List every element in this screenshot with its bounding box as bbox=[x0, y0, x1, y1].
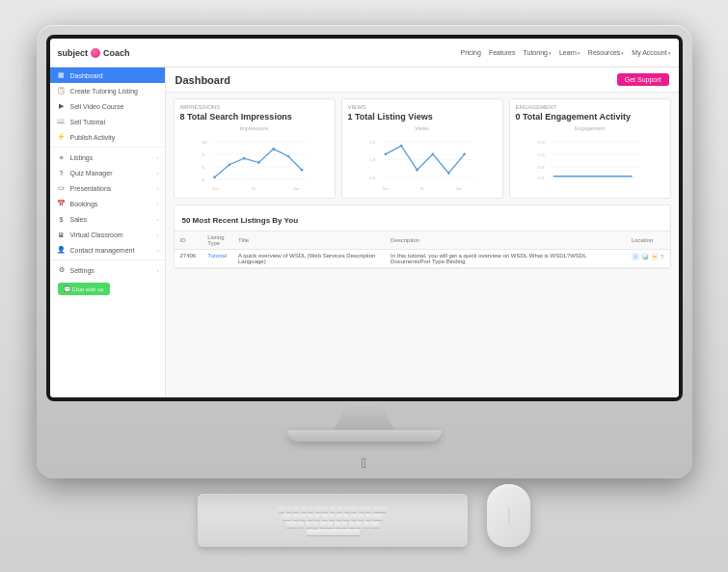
sidebar-item-sell-tutorial[interactable]: 📖 Sell Tutorial bbox=[50, 114, 165, 129]
sidebar-item-label: Settings bbox=[70, 267, 94, 274]
nav-resources[interactable]: Resources ▾ bbox=[588, 49, 624, 56]
key bbox=[329, 514, 335, 520]
key bbox=[306, 522, 311, 528]
content-header: Dashboard Get Support bbox=[166, 68, 679, 93]
contact-icon: 👤 bbox=[58, 246, 66, 254]
sidebar-item-dashboard[interactable]: ▦ Dashboard bbox=[50, 68, 165, 83]
col-description: Description bbox=[385, 232, 625, 250]
table-header-row: 50 Most Recent Listings By You bbox=[175, 205, 670, 232]
content-body: Impressions 8 Total Search Impressions I… bbox=[166, 93, 679, 397]
sidebar-item-bookings[interactable]: 📅 Bookings › bbox=[50, 196, 165, 211]
impressions-label: Impressions bbox=[180, 104, 329, 110]
col-id: ID bbox=[175, 232, 202, 250]
sidebar-item-create-listing[interactable]: 📋 Create Tutoring Listing bbox=[50, 83, 165, 98]
cell-description: In this tutorial, you will get a quick o… bbox=[385, 250, 625, 268]
chat-button[interactable]: 💬 Chat with us bbox=[58, 283, 110, 295]
chevron-right-icon2: › bbox=[157, 170, 159, 176]
stats-icon[interactable]: 📊 bbox=[641, 253, 649, 260]
engagement-note: *Engagement includes Facebook likes, Twe… bbox=[516, 197, 664, 199]
support-button[interactable]: Get Support bbox=[617, 73, 669, 86]
views-card: Views 1 Total Listing Views Views 1.5 1.… bbox=[341, 98, 503, 199]
monitor-base:  bbox=[287, 430, 442, 442]
key bbox=[349, 522, 355, 528]
sidebar-item-sales[interactable]: $ Sales › bbox=[50, 211, 165, 227]
nav-myaccount[interactable]: My Account ▾ bbox=[632, 49, 670, 56]
sidebar-item-publish-activity[interactable]: ⚡ Publish Activity bbox=[50, 129, 165, 145]
table-section: 50 Most Recent Listings By You ID Listin… bbox=[174, 204, 671, 269]
key bbox=[301, 506, 307, 512]
svg-point-24 bbox=[384, 153, 387, 156]
chevron-right-icon8: › bbox=[157, 267, 159, 273]
page-title: Dashboard bbox=[175, 74, 230, 86]
svg-point-14 bbox=[300, 169, 303, 172]
calendar-icon: 📅 bbox=[58, 200, 66, 207]
key bbox=[351, 514, 357, 520]
presentation-icon: ▭ bbox=[58, 184, 66, 192]
key bbox=[298, 522, 304, 528]
key bbox=[283, 514, 291, 520]
nav-learn[interactable]: Learn ▾ bbox=[559, 49, 580, 56]
sidebar-item-quiz[interactable]: ? Quiz Manager › bbox=[50, 165, 165, 180]
video-icon: ▶ bbox=[58, 102, 66, 110]
impressions-card: Impressions 8 Total Search Impressions I… bbox=[174, 98, 336, 199]
chat-label: Chat with us bbox=[72, 286, 104, 292]
key bbox=[365, 506, 371, 512]
impressions-value: 8 Total Search Impressions bbox=[180, 112, 329, 122]
sidebar-item-virtual-classroom[interactable]: 🖥 Virtual Classroom › bbox=[50, 227, 165, 242]
keyboard-row-2 bbox=[283, 514, 383, 520]
table-title: 50 Most Recent Listings By You bbox=[182, 216, 299, 225]
cell-title: A quick overview of WSDL (Web Services D… bbox=[232, 250, 385, 268]
cell-type: Tutorial bbox=[202, 250, 232, 268]
sidebar-item-sell-video[interactable]: ▶ Sell Video Course bbox=[50, 98, 165, 114]
nav-pricing[interactable]: Pricing bbox=[460, 49, 480, 56]
dollar-icon: $ bbox=[58, 215, 66, 223]
svg-point-11 bbox=[257, 161, 260, 164]
monitor-stand bbox=[326, 401, 403, 430]
svg-point-27 bbox=[431, 153, 434, 156]
svg-point-28 bbox=[446, 172, 449, 175]
svg-text:1.0: 1.0 bbox=[369, 157, 376, 162]
main-content: Dashboard Get Support Impressions 8 Tota… bbox=[166, 68, 679, 397]
svg-text:Sat: Sat bbox=[455, 187, 462, 191]
sidebar-item-label: Sell Tutorial bbox=[70, 119, 106, 125]
edit-icon[interactable]: ✏ bbox=[651, 253, 659, 260]
grid-icon: ▦ bbox=[58, 71, 66, 79]
share-icon[interactable]: ⇧ bbox=[632, 253, 639, 260]
key bbox=[372, 514, 383, 520]
key bbox=[320, 522, 326, 528]
key bbox=[343, 514, 349, 520]
sidebar-item-presentations[interactable]: ▭ Presentations › bbox=[50, 180, 165, 196]
list-icon: ≡ bbox=[58, 153, 66, 161]
key bbox=[341, 522, 347, 528]
key bbox=[337, 506, 342, 512]
views-value: 1 Total Listing Views bbox=[348, 112, 497, 122]
col-location: Location bbox=[626, 232, 670, 250]
sidebar-item-settings[interactable]: ⚙ Settings › bbox=[50, 262, 165, 278]
views-chart-title: Views bbox=[348, 125, 497, 131]
svg-text:30: 30 bbox=[202, 140, 206, 145]
impressions-chart: Impressions 30 8 6 4 bbox=[180, 125, 329, 193]
engagement-chart-title: Engagement bbox=[516, 125, 664, 131]
views-chart: Views 1.5 1.0 0.5 bbox=[348, 125, 497, 193]
key bbox=[286, 522, 297, 528]
chat-icon: 💬 bbox=[64, 286, 70, 292]
svg-text:Sun: Sun bbox=[382, 187, 389, 191]
key bbox=[335, 522, 340, 528]
sidebar-item-contact[interactable]: 👤 Contact management › bbox=[50, 242, 165, 258]
keyboard-mouse-area bbox=[198, 484, 530, 547]
engagement-chart-svg: 0.15 0.10 0.05 0.01 bbox=[516, 133, 664, 191]
key bbox=[300, 514, 306, 520]
top-navbar: subject Coach Pricing Features Tutoring … bbox=[50, 39, 679, 68]
logo-ball-icon bbox=[91, 48, 100, 58]
sidebar-item-listings[interactable]: ≡ Listings › bbox=[50, 150, 165, 165]
nav-tutoring[interactable]: Tutoring ▾ bbox=[524, 49, 552, 56]
sidebar-item-label: Bookings bbox=[70, 201, 98, 207]
nav-features[interactable]: Features bbox=[489, 49, 516, 56]
key bbox=[315, 506, 321, 512]
chevron-right-icon: › bbox=[157, 154, 159, 160]
impressions-chart-svg: 30 8 6 4 bbox=[180, 133, 329, 191]
key bbox=[330, 506, 336, 512]
key bbox=[359, 506, 364, 512]
main-layout: ▦ Dashboard 📋 Create Tutoring Listing ▶ … bbox=[50, 68, 679, 397]
table-row: 27406 Tutorial A quick overview of WSDL … bbox=[175, 250, 670, 268]
